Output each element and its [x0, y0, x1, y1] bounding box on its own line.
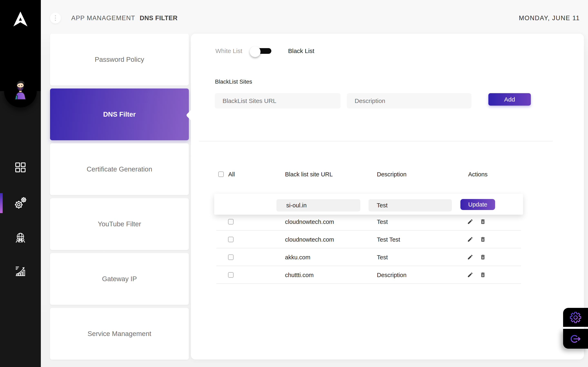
blacklist-toggle-label[interactable]: Black List — [288, 48, 314, 54]
edit-pencil-icon[interactable] — [467, 236, 474, 243]
column-header-url: Black list site URL — [285, 171, 333, 178]
delete-trash-icon[interactable] — [479, 271, 486, 278]
settings-gear-icon — [570, 311, 582, 324]
menu-card-label: DNS Filter — [103, 110, 136, 118]
menu-card-label: Gateway IP — [102, 275, 137, 283]
table-row: cloudnowtech.com Test — [216, 213, 521, 231]
table-row: cloudnowtech.com Test Test — [216, 231, 521, 248]
edit-pencil-icon[interactable] — [467, 254, 474, 261]
settings-gears-icon[interactable] — [13, 196, 27, 210]
menu-card-certificate-generation[interactable]: Certificate Generation — [50, 143, 189, 195]
menu-card-youtube-filter[interactable]: YouTube Filter — [50, 198, 189, 250]
user-avatar[interactable] — [14, 80, 27, 100]
logout-icon — [570, 333, 581, 345]
column-header-actions: Actions — [468, 171, 488, 178]
menu-card-label: YouTube Filter — [98, 220, 141, 228]
update-button[interactable]: Update — [460, 199, 495, 210]
active-nav-indicator — [0, 193, 3, 213]
menu-card-dns-filter[interactable]: DNS Filter — [50, 89, 189, 140]
kebab-dots-icon — [55, 15, 56, 21]
form-divider — [199, 141, 553, 142]
blacklist-sites-section-label: BlackList Sites — [215, 78, 252, 85]
row-description: Test — [377, 218, 388, 225]
delete-trash-icon[interactable] — [479, 254, 486, 261]
apps-grid-icon[interactable] — [15, 162, 26, 173]
edit-description-input[interactable] — [369, 199, 452, 211]
row-url: akku.com — [285, 254, 310, 261]
row-url: cloudnowtech.com — [285, 218, 334, 225]
edit-row-card: Update — [214, 194, 523, 215]
column-header-description: Description — [377, 171, 406, 178]
row-description: Test Test — [377, 236, 400, 243]
row-checkbox[interactable] — [228, 272, 233, 278]
reports-chart-icon[interactable] — [15, 265, 26, 276]
whitelist-toggle-label[interactable]: White List — [215, 48, 242, 54]
row-description: Test — [377, 254, 388, 261]
page-titles: APP MANAGEMENT DNS FILTER — [71, 15, 178, 22]
select-all-checkbox[interactable] — [218, 171, 224, 177]
add-button[interactable]: Add — [488, 93, 531, 106]
edit-pencil-icon[interactable] — [467, 271, 474, 278]
page-title: DNS FILTER — [140, 15, 177, 22]
row-url: chuttti.com — [285, 272, 314, 278]
row-url: cloudnowtech.com — [285, 236, 334, 243]
page-title-prefix: APP MANAGEMENT — [71, 15, 135, 22]
menu-card-label: Password Policy — [95, 56, 144, 63]
menu-kebab-button[interactable] — [50, 13, 61, 24]
blacklist-url-input[interactable] — [215, 93, 341, 108]
menu-card-service-management[interactable]: Service Management — [50, 308, 189, 360]
select-all-label: All — [228, 171, 235, 178]
dns-filter-panel: White List Black List BlackList Sites Ad… — [191, 34, 584, 359]
table-row: akku.com Test — [216, 248, 521, 266]
global-users-icon[interactable] — [15, 232, 26, 243]
menu-card-password-policy[interactable]: Password Policy — [50, 34, 189, 85]
toggle-knob[interactable] — [250, 46, 260, 57]
delete-trash-icon[interactable] — [479, 218, 486, 225]
brand-logo-icon[interactable] — [11, 10, 30, 28]
table-row: chuttti.com Description — [216, 266, 521, 284]
header-date: MONDAY, JUNE 11 — [519, 15, 580, 22]
row-checkbox[interactable] — [228, 219, 233, 225]
row-description: Description — [377, 272, 406, 278]
menu-card-label: Service Management — [87, 330, 151, 338]
delete-trash-icon[interactable] — [479, 236, 486, 243]
sidebar — [0, 0, 41, 367]
edit-pencil-icon[interactable] — [467, 218, 474, 225]
menu-card-label: Certificate Generation — [87, 165, 152, 173]
menu-card-gateway-ip[interactable]: Gateway IP — [50, 253, 189, 305]
list-mode-toggle[interactable] — [251, 48, 271, 54]
row-checkbox[interactable] — [228, 237, 233, 242]
floating-logout-button[interactable] — [563, 329, 588, 349]
edit-url-input[interactable] — [277, 199, 360, 211]
floating-settings-button[interactable] — [563, 308, 588, 327]
row-checkbox[interactable] — [228, 254, 233, 260]
description-input[interactable] — [347, 93, 471, 108]
